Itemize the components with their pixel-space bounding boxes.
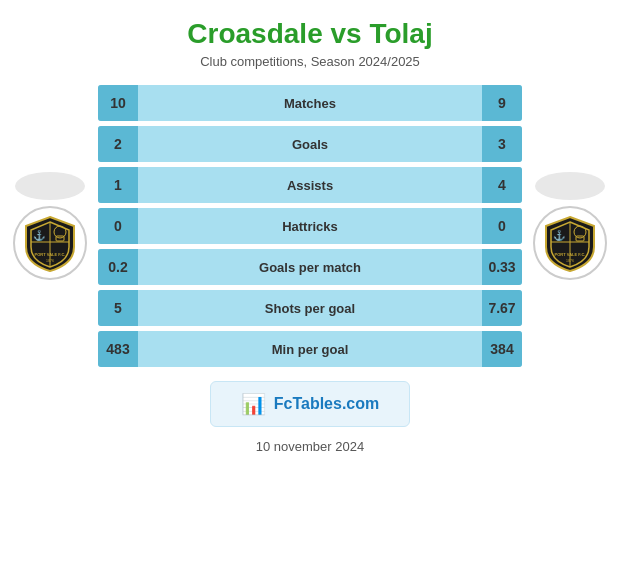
right-logo-area: ⚓ PORT VALE F.C. 1876 [530,172,610,280]
stat-row: 5Shots per goal7.67 [98,290,522,326]
fctables-text: FcTables.com [274,395,380,413]
stat-left-value: 10 [98,85,138,121]
stat-label: Hattricks [138,219,482,234]
stat-left-value: 1 [98,167,138,203]
svg-text:PORT VALE F.C.: PORT VALE F.C. [35,252,66,257]
header: Croasdale vs Tolaj Club competitions, Se… [187,0,432,75]
stat-left-value: 2 [98,126,138,162]
svg-text:⚓: ⚓ [553,229,566,242]
stat-left-value: 5 [98,290,138,326]
stat-left-value: 0.2 [98,249,138,285]
stat-right-value: 0 [482,208,522,244]
stat-row: 483Min per goal384 [98,331,522,367]
svg-text:1876: 1876 [566,259,574,263]
main-content: ⚓ PORT VALE F.C. 1876 10Matches92Goals31… [0,75,620,367]
left-logo-area: ⚓ PORT VALE F.C. 1876 [10,172,90,280]
stat-row: 10Matches9 [98,85,522,121]
fctables-icon: 📊 [241,392,266,416]
stat-row: 0.2Goals per match0.33 [98,249,522,285]
stat-row: 0Hattricks0 [98,208,522,244]
stat-label: Matches [138,96,482,111]
stats-area: 10Matches92Goals31Assists40Hattricks00.2… [98,85,522,367]
stat-row: 1Assists4 [98,167,522,203]
stat-right-value: 0.33 [482,249,522,285]
svg-text:PORT VALE F.C.: PORT VALE F.C. [555,252,586,257]
stat-label: Min per goal [138,342,482,357]
stat-label: Assists [138,178,482,193]
stat-right-value: 384 [482,331,522,367]
stat-label: Shots per goal [138,301,482,316]
page-subtitle: Club competitions, Season 2024/2025 [187,54,432,69]
stat-label: Goals per match [138,260,482,275]
stat-left-value: 0 [98,208,138,244]
stat-row: 2Goals3 [98,126,522,162]
svg-text:1876: 1876 [46,259,54,263]
stat-label: Goals [138,137,482,152]
stat-right-value: 3 [482,126,522,162]
right-team-badge: ⚓ PORT VALE F.C. 1876 [533,206,607,280]
footer-date: 10 november 2024 [256,439,364,454]
svg-text:⚓: ⚓ [33,229,46,242]
stat-right-value: 4 [482,167,522,203]
page-title: Croasdale vs Tolaj [187,18,432,50]
stat-right-value: 7.67 [482,290,522,326]
left-team-badge: ⚓ PORT VALE F.C. 1876 [13,206,87,280]
fctables-banner[interactable]: 📊 FcTables.com [210,381,411,427]
left-logo-ellipse [15,172,85,200]
stat-right-value: 9 [482,85,522,121]
right-logo-ellipse [535,172,605,200]
stat-left-value: 483 [98,331,138,367]
